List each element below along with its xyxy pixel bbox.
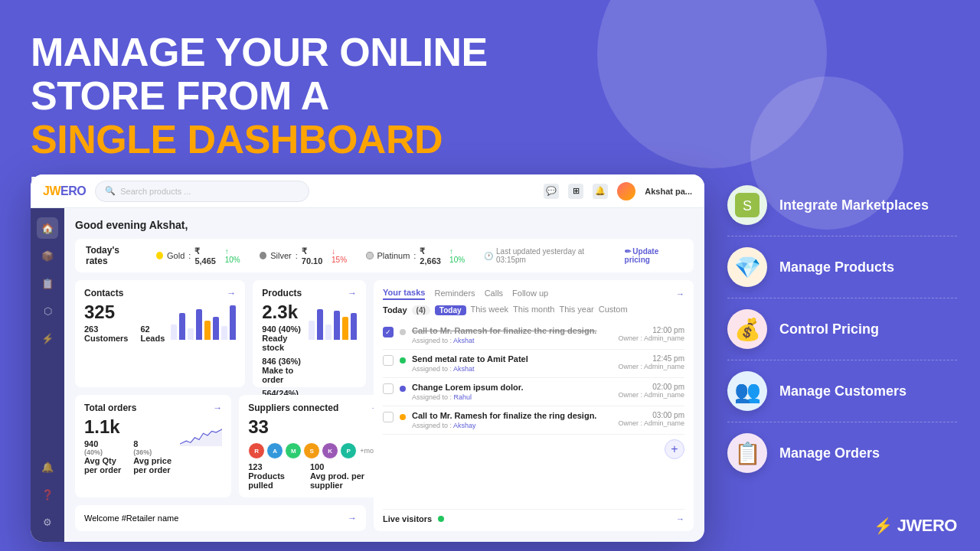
task-owner-4: Owner : Admin_name <box>618 419 684 427</box>
contacts-header: Contacts → <box>84 288 236 298</box>
task-dot-4 <box>400 414 406 420</box>
contacts-count: 325 <box>84 302 165 323</box>
today-active-filter[interactable]: Today <box>435 305 466 315</box>
task-item-1: ✓ Call to Mr. Ramesh for finalize the ri… <box>383 321 684 350</box>
assigned-name-1: Akshat <box>453 337 475 344</box>
user-avatar <box>617 182 635 201</box>
avg-price: 8 (36%) Avg price per order <box>133 439 173 474</box>
task-check-3[interactable] <box>383 383 394 394</box>
task-title-1: Call to Mr. Ramesh for finalize the ring… <box>412 326 612 335</box>
dashboard-body: 🏠 📦 📋 ⬡ ⚡ 🔔 ❓ ⚙ Good evening Akshat, Tod… <box>31 208 704 542</box>
task-content-2: Send metal rate to Amit Patel Assigned t… <box>412 354 612 373</box>
search-bar[interactable]: 🔍 Search products ... <box>95 181 309 202</box>
total-orders-widget: Total orders → 1.1k 940 (40%) <box>75 395 231 497</box>
feature-manage-customers: 👥 Manage Customers <box>727 360 957 422</box>
avg-prod-value: 100 <box>310 462 380 471</box>
user-name: Akshat pa... <box>645 187 692 196</box>
chat-icon[interactable]: 💬 <box>544 184 559 199</box>
feature-list: S Integrate Marketplaces 💎 Manage Produc… <box>727 174 957 484</box>
add-task-btn[interactable]: + <box>665 439 684 459</box>
sidebar-filter-icon[interactable]: ⚡ <box>37 328 58 349</box>
search-icon: 🔍 <box>105 186 116 196</box>
products-arrow[interactable]: → <box>348 288 357 298</box>
sidebar-list-icon[interactable]: 📋 <box>37 272 58 294</box>
ready-stock-label: Ready stock <box>262 334 302 352</box>
task-check-1[interactable]: ✓ <box>383 327 394 337</box>
task-meta-4: Assigned to : Akshay <box>412 422 612 429</box>
custom-filter[interactable]: Custom <box>599 305 628 315</box>
gold-label: Gold <box>167 251 185 260</box>
ready-stock-value: 940 (40%) <box>262 324 302 334</box>
contacts-arrow[interactable]: → <box>227 288 236 298</box>
this-month-filter[interactable]: This month <box>513 305 554 315</box>
tab-reminders[interactable]: Reminders <box>434 289 475 299</box>
sidebar-layers-icon[interactable]: ⬡ <box>37 300 58 321</box>
contacts-sub: 263 Customers 62 Leads <box>84 324 165 343</box>
tasks-tabs: Your tasks Reminders Calls Follow up → <box>383 288 684 300</box>
leads-label: Leads <box>140 334 165 343</box>
products-pulled-value: 123 <box>248 462 298 471</box>
sidebar-bell-icon[interactable]: 🔔 <box>37 456 58 478</box>
feature-manage-orders: 📋 Manage Orders <box>727 422 957 484</box>
silver-change: ↓ 15% <box>332 247 351 264</box>
widgets-top-row: Contacts → 325 263 Customers <box>75 280 366 387</box>
task-title-2: Send metal rate to Amit Patel <box>412 354 612 364</box>
tab-followup[interactable]: Follow up <box>512 289 548 299</box>
manage-products-icon-bg: 💎 <box>727 247 767 287</box>
task-time-2: 12:45 pm <box>618 354 684 363</box>
dashboard-content: Good evening Akshat, Today's rates Gold … <box>64 208 704 542</box>
orders-header: Total orders → <box>84 403 222 413</box>
tab-calls[interactable]: Calls <box>485 289 503 299</box>
update-pricing-btn[interactable]: ✏ Update pricing <box>625 247 683 264</box>
silver-rate: Silver : ₹ 70.10 ↓ 15% <box>260 246 351 266</box>
nav-icons: 💬 ⊞ 🔔 Akshat pa... <box>544 182 692 201</box>
welcome-label: Welcome #Retailer name <box>84 514 178 523</box>
task-check-4[interactable] <box>383 412 394 422</box>
orders-arrow[interactable]: → <box>213 403 222 413</box>
manage-customers-icon: 👥 <box>734 379 761 404</box>
sidebar-box-icon[interactable]: 📦 <box>37 245 58 266</box>
suppliers-widget: Suppliers connected → 33 R A M S K P <box>239 395 389 497</box>
contacts-title: Contacts <box>84 288 123 298</box>
tab-your-tasks[interactable]: Your tasks <box>383 288 425 300</box>
contacts-widget: Contacts → 325 263 Customers <box>75 280 245 387</box>
avg-price-pct: (36%) <box>133 448 173 456</box>
make-to-order-label: Make to order <box>262 366 302 384</box>
platinum-label: Platinum <box>377 251 410 260</box>
sidebar-settings-icon[interactable]: ⚙ <box>37 511 58 533</box>
feature-integrate-marketplaces: S Integrate Marketplaces <box>727 174 957 236</box>
control-pricing-icon: 💰 <box>734 317 761 342</box>
platinum-dot <box>366 252 373 259</box>
sidebar-home-icon[interactable]: 🏠 <box>37 217 58 239</box>
manage-customers-label: Manage Customers <box>779 383 906 399</box>
avg-prod: 100 Avg prod. per supplier <box>310 462 380 490</box>
avg-qty-value: 940 <box>84 439 121 448</box>
task-meta-3: Assigned to : Rahul <box>412 393 612 401</box>
shopify-icon: S <box>735 193 760 217</box>
gold-dot <box>156 252 163 259</box>
widgets-row: Contacts → 325 263 Customers <box>75 280 694 531</box>
bottom-row: Welcome #Retailer name → <box>75 505 366 531</box>
task-content-4: Call to Mr. Ramesh for finalize the ring… <box>412 411 612 429</box>
supplier-avatar-1: R <box>248 442 265 459</box>
task-meta-1: Assigned to : Akshat <box>412 337 612 344</box>
time-filters: Today (4) Today This week This month Thi… <box>383 305 684 315</box>
task-check-2[interactable] <box>383 355 394 366</box>
manage-products-label: Manage Products <box>779 259 894 276</box>
welcome-arrow[interactable]: → <box>348 513 357 523</box>
sidebar-help-icon[interactable]: ❓ <box>37 484 58 505</box>
footer-logo: ⚡ JWERO <box>874 516 957 536</box>
grid-icon[interactable]: ⊞ <box>568 184 583 199</box>
make-to-order-value: 846 (36%) <box>262 357 302 366</box>
this-year-filter[interactable]: This year <box>559 305 593 315</box>
manage-orders-label: Manage Orders <box>779 445 880 461</box>
this-week-filter[interactable]: This week <box>471 305 509 315</box>
footer-logo-icon: ⚡ <box>874 517 893 535</box>
rates-bar: Today's rates Gold : ₹ 5,465 ↑ 10% Silve… <box>75 239 694 272</box>
suppliers-title: Suppliers connected <box>248 403 338 413</box>
suppliers-header: Suppliers connected → <box>248 403 380 413</box>
widgets-left: Contacts → 325 263 Customers <box>75 280 366 531</box>
bell-icon[interactable]: 🔔 <box>593 184 608 199</box>
tasks-arrow[interactable]: → <box>676 289 684 298</box>
live-visitors-arrow[interactable]: → <box>676 514 684 523</box>
